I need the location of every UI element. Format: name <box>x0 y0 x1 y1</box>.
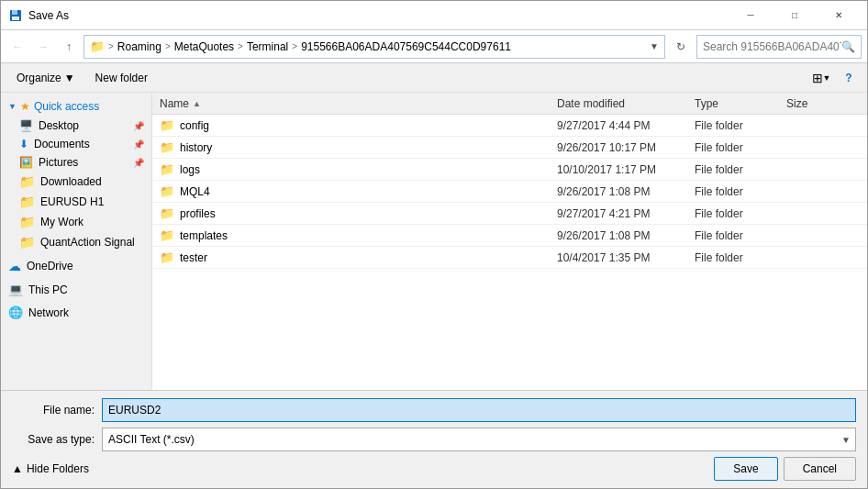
savetype-label: Save as type: <box>12 433 95 446</box>
sidebar-item-desktop[interactable]: 🖥️ Desktop 📌 <box>1 117 151 135</box>
main-content: ▼ ★ Quick access 🖥️ Desktop 📌 ⬇ Document… <box>1 93 867 390</box>
organize-button[interactable]: Organize ▼ <box>8 67 83 89</box>
path-terminal: Terminal <box>247 40 288 53</box>
sidebar-item-mywork[interactable]: 📁 My Work <box>1 212 151 232</box>
sidebar-label-mywork: My Work <box>40 216 83 228</box>
refresh-button[interactable]: ↻ <box>669 35 693 59</box>
toolbar: Organize ▼ New folder ⊞ ▼ ? <box>1 63 867 93</box>
network-icon: 🌐 <box>8 306 23 319</box>
file-date-cell: 10/10/2017 1:17 PM <box>557 163 695 176</box>
filename-row: File name: <box>12 398 856 422</box>
button-row: ▲ Hide Folders Save Cancel <box>12 457 856 481</box>
sidebar-item-onedrive[interactable]: ☁ OneDrive <box>1 256 151 276</box>
title-bar-controls: ─ □ ✕ <box>729 2 860 29</box>
cancel-button[interactable]: Cancel <box>784 457 856 481</box>
file-type-cell: File folder <box>695 119 786 132</box>
sidebar-item-network[interactable]: 🌐 Network <box>1 303 151 322</box>
filename-input[interactable] <box>102 398 856 422</box>
col-name-header[interactable]: Name ▲ <box>160 97 557 110</box>
sidebar-label-downloaded: Downloaded <box>40 175 102 188</box>
file-name-cell: 📁 history <box>160 140 557 154</box>
file-name-text: tester <box>180 251 207 264</box>
folder-icon-eurusd: 📁 <box>19 194 35 209</box>
search-box[interactable]: 🔍 <box>696 35 862 59</box>
col-date-label: Date modified <box>557 97 625 110</box>
sidebar-item-downloaded[interactable]: 📁 Downloaded <box>1 172 151 192</box>
file-rows-container: 📁 config 9/27/2017 4:44 PM File folder 📁… <box>152 115 867 269</box>
close-button[interactable]: ✕ <box>818 2 860 29</box>
minimize-button[interactable]: ─ <box>729 2 772 29</box>
sidebar-item-pictures[interactable]: 🖼️ Pictures 📌 <box>1 153 151 172</box>
folder-icon-row: 📁 <box>160 206 174 220</box>
savetype-select[interactable]: ASCII Text (*.csv) CSV (*.csv) Text (*.t… <box>102 428 856 451</box>
file-name-cell: 📁 MQL4 <box>160 184 557 198</box>
sidebar-label-network: Network <box>28 306 69 319</box>
table-row[interactable]: 📁 tester 10/4/2017 1:35 PM File folder <box>152 247 867 269</box>
col-size-header[interactable]: Size <box>786 97 860 110</box>
back-button[interactable]: ← <box>6 36 28 58</box>
address-path[interactable]: 📁 > Roaming > MetaQuotes > Terminal > 91… <box>83 35 665 59</box>
file-date-cell: 9/27/2017 4:44 PM <box>557 119 695 132</box>
sidebar-item-eurusd[interactable]: 📁 EURUSD H1 <box>1 192 151 212</box>
sidebar-label-eurusd: EURUSD H1 <box>40 195 104 208</box>
col-date-header[interactable]: Date modified <box>557 97 695 110</box>
onedrive-icon: ☁ <box>8 259 21 273</box>
folder-icon-downloaded: 📁 <box>19 174 35 189</box>
new-folder-label: New folder <box>95 72 148 84</box>
help-button[interactable]: ? <box>838 67 860 89</box>
table-row[interactable]: 📁 profiles 9/27/2017 4:21 PM File folder <box>152 203 867 225</box>
save-button[interactable]: Save <box>714 457 777 481</box>
forward-button[interactable]: → <box>32 36 54 58</box>
quick-access-section: ▼ ★ Quick access 🖥️ Desktop 📌 ⬇ Document… <box>1 96 151 252</box>
file-date-cell: 9/26/2017 1:08 PM <box>557 185 695 198</box>
folder-icon-mywork: 📁 <box>19 215 35 229</box>
sidebar-label-onedrive: OneDrive <box>27 260 73 272</box>
col-type-header[interactable]: Type <box>695 97 786 110</box>
folder-icon-row: 📁 <box>160 228 174 242</box>
folder-icon-quantaction: 📁 <box>19 235 35 250</box>
cancel-label: Cancel <box>803 462 837 475</box>
folder-icon-row: 📁 <box>160 140 174 154</box>
file-date-cell: 9/27/2017 4:21 PM <box>557 207 695 220</box>
sidebar: ▼ ★ Quick access 🖥️ Desktop 📌 ⬇ Document… <box>1 93 152 390</box>
title-bar-left: Save As <box>8 8 69 23</box>
savetype-wrapper: ASCII Text (*.csv) CSV (*.csv) Text (*.t… <box>102 428 856 451</box>
table-row[interactable]: 📁 MQL4 9/26/2017 1:08 PM File folder <box>152 181 867 203</box>
sidebar-item-documents[interactable]: ⬇ Documents 📌 <box>1 135 151 153</box>
hide-folders-label: Hide Folders <box>27 462 89 475</box>
view-button[interactable]: ⊞ ▼ <box>808 67 834 89</box>
maximize-button[interactable]: □ <box>773 2 816 29</box>
path-chevron-icon[interactable]: ▼ <box>650 41 659 51</box>
help-label: ? <box>845 72 851 84</box>
sidebar-item-thispc[interactable]: 💻 This PC <box>1 280 151 299</box>
save-label: Save <box>733 462 758 475</box>
path-sep-1: > <box>108 41 114 51</box>
sidebar-label-quantaction: QuantAction Signal <box>40 236 135 249</box>
col-size-label: Size <box>786 97 807 110</box>
sidebar-item-quantaction[interactable]: 📁 QuantAction Signal <box>1 232 151 252</box>
savetype-row: Save as type: ASCII Text (*.csv) CSV (*.… <box>12 428 856 451</box>
search-icon: 🔍 <box>841 40 855 53</box>
table-row[interactable]: 📁 config 9/27/2017 4:44 PM File folder <box>152 115 867 137</box>
sidebar-label-desktop: Desktop <box>39 119 79 132</box>
folder-icon-row: 📁 <box>160 118 174 132</box>
table-row[interactable]: 📁 templates 9/26/2017 1:08 PM File folde… <box>152 225 867 247</box>
file-name-text: config <box>180 119 209 132</box>
hide-folders-button[interactable]: ▲ Hide Folders <box>12 462 89 475</box>
quick-access-header[interactable]: ▼ ★ Quick access <box>1 96 151 117</box>
view-icon: ⊞ <box>812 71 823 85</box>
up-button[interactable]: ↑ <box>58 36 80 58</box>
documents-icon: ⬇ <box>19 138 28 150</box>
table-row[interactable]: 📁 history 9/26/2017 10:17 PM File folder <box>152 137 867 159</box>
table-row[interactable]: 📁 logs 10/10/2017 1:17 PM File folder <box>152 159 867 181</box>
organize-label: Organize <box>17 72 61 84</box>
new-folder-button[interactable]: New folder <box>87 67 156 89</box>
search-input[interactable] <box>703 40 841 53</box>
file-type-cell: File folder <box>695 185 786 198</box>
save-as-dialog: Save As ─ □ ✕ ← → ↑ 📁 > Roaming > MetaQu… <box>0 0 868 489</box>
file-name-cell: 📁 config <box>160 118 557 132</box>
path-folder-icon: 📁 <box>90 39 105 53</box>
folder-icon-row: 📁 <box>160 250 174 264</box>
path-metaquotes: MetaQuotes <box>174 40 234 53</box>
pin-icon-documents: 📌 <box>133 139 144 150</box>
